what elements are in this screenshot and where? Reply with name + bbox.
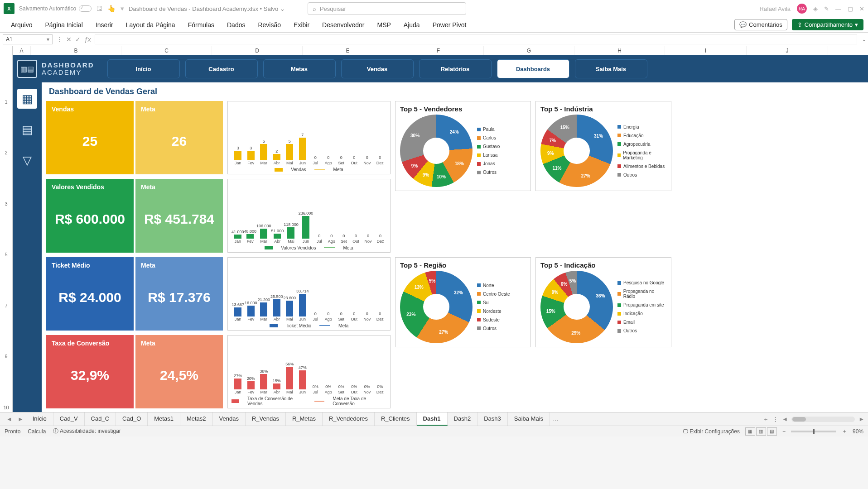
toggle-switch-icon[interactable] [79,5,92,12]
select-all-corner[interactable] [0,46,13,55]
close-icon[interactable]: ✕ [859,5,864,12]
sheet-tab-dash2[interactable]: Dash2 [448,412,478,426]
row-header-5[interactable]: 5 [0,208,12,259]
ribbon-tab-power-pivot[interactable]: Power Pivot [426,18,473,32]
dots-icon[interactable]: ⋮ [56,36,63,43]
name-box[interactable]: A1 ▾ [3,34,53,44]
ribbon-tab-desenvolvedor[interactable]: Desenvolvedor [316,18,371,32]
rail-filter-icon[interactable]: ▽ [17,150,37,170]
comments-button[interactable]: 💬 Comentários [734,19,787,30]
ribbon-tab-arquivo[interactable]: Arquivo [5,18,39,32]
sheet-tab-cad_v[interactable]: Cad_V [53,412,85,426]
ribbon-tab-página-inicial[interactable]: Página Inicial [39,18,89,32]
col-header-J[interactable]: J [747,46,828,55]
zoom-in-icon[interactable]: ＋ [842,427,847,435]
share-button[interactable]: ⇪ Compartilhamento ▾ [792,19,863,30]
sheet-tab-dash3[interactable]: Dash3 [477,412,508,426]
row-header-3[interactable]: 3 [0,157,12,208]
col-header-D[interactable]: D [212,46,303,55]
dropdown-icon[interactable]: ▾ [121,5,124,13]
ribbon-tab-exibir[interactable]: Exibir [287,18,316,32]
formula-input[interactable] [95,34,857,44]
row-header-1[interactable]: 1 [0,55,12,106]
bar-wrap: 0 Ago [322,155,335,165]
row-header-9[interactable]: 9 [0,310,12,361]
row-header-2[interactable]: 2 [0,106,12,158]
col-header-H[interactable]: H [574,46,665,55]
zoom-slider[interactable] [791,431,836,432]
nav-metas[interactable]: Metas [263,59,336,78]
col-header-C[interactable]: C [121,46,212,55]
ribbon-tab-fórmulas[interactable]: Fórmulas [182,18,221,32]
ribbon-tab-dados[interactable]: Dados [221,18,251,32]
chevron-down-icon[interactable]: ▾ [47,36,49,43]
sheet-tab-dash1[interactable]: Dash1 [417,412,448,426]
nav-início[interactable]: Início [107,59,180,78]
col-header-A[interactable]: A [13,46,31,55]
zoom-out-icon[interactable]: − [782,428,786,435]
horizontal-scrollbar[interactable] [791,417,855,422]
chevron-down-icon[interactable]: ⌄ [280,5,285,12]
nav-vendas[interactable]: Vendas [341,59,414,78]
avatar[interactable]: RA [797,4,807,14]
ribbon-tab-layout-da-página[interactable]: Layout da Página [120,18,182,32]
sheet-tab-r_vendedores[interactable]: R_Vendedores [323,412,375,426]
fx-icon[interactable]: ƒx [84,36,91,43]
sheet-tab-saiba mais[interactable]: Saiba Mais [508,412,550,426]
ribbon-tab-ajuda[interactable]: Ajuda [397,18,426,32]
scroll-right-icon[interactable]: ► [858,416,864,422]
zoom-level[interactable]: 90% [853,428,863,435]
nav-relatórios[interactable]: Relatórios [419,59,492,78]
rail-presentation-icon[interactable]: ▦ [17,89,37,109]
page-break-view-icon[interactable]: ▤ [767,427,777,436]
new-sheet-icon[interactable]: ＋ [763,415,769,423]
maximize-icon[interactable]: ▢ [848,5,853,12]
ribbon-tab-msp[interactable]: MSP [371,18,397,32]
autosave-toggle[interactable]: Salvamento Automático [19,5,92,12]
username-label[interactable]: Rafael Avila [760,5,791,12]
ribbon-tab-inserir[interactable]: Inserir [89,18,120,32]
sheet-tab-r_vendas[interactable]: R_Vendas [246,412,286,426]
col-header-G[interactable]: G [484,46,574,55]
bar-category: Mai [288,239,294,244]
save-icon[interactable]: 🖫 [96,5,103,13]
sheet-tab-metas2[interactable]: Metas2 [180,412,213,426]
sheet-nav-prev-icon[interactable]: ◄ [4,416,15,422]
sheet-tab-vendas[interactable]: Vendas [213,412,246,426]
accessibility-icon[interactable]: ⓘ Acessibilidade: investigar [53,427,121,435]
nav-saiba-mais[interactable]: Saiba Mais [575,59,647,78]
nav-cadastro[interactable]: Cadastro [185,59,258,78]
sheet-tab-início[interactable]: Início [26,412,53,426]
col-header-I[interactable]: I [665,46,747,55]
sheet-nav-next-icon[interactable]: ► [15,416,26,422]
display-settings-button[interactable]: 🖵 Exibir Configurações [683,428,740,435]
nav-dashboards[interactable]: Dashboards [497,59,569,78]
sheet-tab-cad_o[interactable]: Cad_O [116,412,148,426]
sheet-tab-cad_c[interactable]: Cad_C [85,412,116,426]
touch-icon[interactable]: 👆 [107,5,116,13]
pen-icon[interactable]: ✎ [824,5,829,12]
bar [234,307,241,316]
expand-formula-icon[interactable]: ⌄ [860,36,868,43]
col-header-E[interactable]: E [303,46,393,55]
sheet-overflow-icon[interactable]: … [550,416,561,422]
cancel-icon[interactable]: ✕ [66,36,72,43]
rail-calendar-icon[interactable]: ▤ [17,120,37,139]
page-layout-view-icon[interactable]: ▥ [756,427,766,436]
col-header-F[interactable]: F [393,46,484,55]
ribbon-tab-revisão[interactable]: Revisão [251,18,287,32]
sheet-tab-r_clientes[interactable]: R_Clientes [375,412,417,426]
search-input[interactable]: ⌕ Pesquisar [308,2,466,15]
normal-view-icon[interactable]: ▦ [745,427,755,436]
scroll-left-icon[interactable]: ◄ [782,416,788,422]
file-title[interactable]: Dashboard de Vendas - Dashboard Academy.… [129,5,285,12]
row-header-7[interactable]: 7 [0,259,12,310]
diamond-icon[interactable]: ◈ [813,5,818,12]
col-header-B[interactable]: B [31,46,121,55]
sheet-list-icon[interactable]: ⋮ [772,416,778,422]
row-header-10[interactable]: 10 [0,361,12,412]
minimize-icon[interactable]: — [835,5,841,12]
sheet-tab-r_metas[interactable]: R_Metas [286,412,323,426]
sheet-tab-metas1[interactable]: Metas1 [148,412,180,426]
accept-icon[interactable]: ✓ [75,36,81,43]
